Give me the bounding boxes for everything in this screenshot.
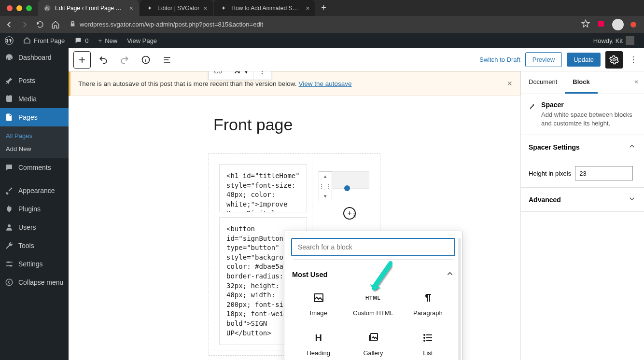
window-maximize-icon[interactable] [26, 5, 32, 11]
tab-title: Editor | SVGator [157, 5, 199, 12]
window-minimize-icon[interactable] [16, 5, 22, 11]
wrench-icon [5, 241, 14, 250]
settings-toggle-button[interactable] [605, 51, 623, 69]
spacer-settings-panel-toggle[interactable]: Spacer Settings [521, 135, 644, 159]
reload-icon[interactable] [36, 20, 44, 29]
notice-text: There is an autosave of this post that i… [78, 80, 297, 87]
extension-icon[interactable] [597, 19, 605, 30]
wp-logo-menu[interactable] [0, 33, 18, 48]
new-label: New [105, 37, 117, 44]
close-icon[interactable]: × [203, 4, 207, 12]
close-sidebar-button[interactable]: × [629, 71, 644, 94]
menu-collapse[interactable]: Collapse menu [0, 273, 69, 291]
menu-media[interactable]: Media [0, 90, 69, 108]
window-close-icon[interactable] [7, 5, 13, 11]
svg-point-2 [5, 37, 14, 45]
view-page-link[interactable]: View Page [122, 33, 162, 48]
block-option-heading[interactable]: H Heading [291, 324, 346, 360]
close-icon[interactable]: × [129, 4, 133, 12]
chevron-down-icon [628, 194, 636, 205]
block-description: Add white space between blocks and custo… [541, 111, 636, 128]
move-up-button[interactable]: ▲ [323, 174, 328, 179]
inserter-scrollbar[interactable] [458, 238, 461, 360]
menu-dashboard[interactable]: Dashboard [0, 48, 69, 67]
wp-admin-bar: Front Page 0 + New View Page Howdy, Kit [0, 33, 644, 48]
autosave-notice: There is an autosave of this post that i… [69, 71, 520, 96]
view-autosave-link[interactable]: View the autosave [299, 80, 352, 87]
outline-button[interactable] [158, 51, 176, 69]
info-button[interactable] [137, 51, 154, 69]
height-input[interactable] [575, 166, 633, 180]
profile-avatar-icon[interactable] [612, 19, 624, 30]
browser-tab-3[interactable]: ✦ How to Add Animated SVG to W × [214, 0, 315, 16]
block-option-custom-html[interactable]: HTML Custom HTML [346, 284, 400, 324]
svg-point-11 [424, 337, 425, 338]
svg-rect-1 [598, 21, 604, 27]
record-indicator-icon[interactable] [630, 22, 636, 28]
move-down-button[interactable]: ▼ [323, 194, 328, 199]
image-icon [313, 292, 324, 304]
update-button[interactable]: Update [567, 53, 601, 67]
user-icon [5, 223, 14, 232]
inserter-section-most-used[interactable]: Most Used [291, 261, 455, 284]
pin-icon [5, 76, 14, 85]
submenu-all-pages[interactable]: All Pages [0, 129, 69, 142]
block-option-paragraph[interactable]: Paragraph [401, 284, 455, 324]
spacer-resize-handle[interactable] [344, 185, 350, 191]
block-mover: ▲ ⋮⋮ ▼ [319, 171, 332, 201]
chevron-up-icon [628, 142, 636, 152]
tab-block[interactable]: Block [565, 71, 597, 94]
block-more-button[interactable]: ⋮ [253, 71, 271, 80]
dismiss-notice-button[interactable]: × [507, 79, 512, 89]
page-title[interactable]: Front page [213, 115, 520, 134]
switch-to-draft-link[interactable]: Switch to Draft [479, 56, 520, 63]
submenu-add-new[interactable]: Add New [0, 142, 69, 155]
menu-users[interactable]: Users [0, 218, 69, 236]
add-block-button[interactable] [73, 51, 91, 69]
tab-title: How to Add Animated SVG to W [231, 5, 302, 12]
undo-button[interactable] [95, 51, 112, 69]
block-option-image[interactable]: Image [291, 284, 346, 324]
forward-icon[interactable] [20, 20, 29, 29]
tab-document[interactable]: Document [521, 71, 565, 94]
advanced-panel-toggle[interactable]: Advanced [521, 187, 644, 212]
preview-button[interactable]: Preview [525, 52, 562, 67]
new-tab-button[interactable]: + [316, 3, 331, 13]
custom-html-block-1[interactable]: <h1 id="titleHome" style="font-size: 48p… [219, 164, 307, 212]
menu-posts[interactable]: Posts [0, 71, 69, 90]
comments-link[interactable]: 0 [70, 33, 93, 48]
submenu-pages: All Pages Add New [0, 126, 69, 158]
window-controls [4, 5, 38, 11]
redo-button[interactable] [116, 51, 133, 69]
editor-top-toolbar: Switch to Draft Preview Update ⋮ [69, 48, 644, 71]
account-menu[interactable]: Howdy, Kit [588, 33, 639, 48]
svg-point-4 [6, 279, 13, 286]
menu-appearance[interactable]: Appearance [0, 181, 69, 200]
toolbar-breadcrumb[interactable]: Co [209, 71, 227, 75]
back-icon[interactable] [5, 20, 14, 29]
menu-tools[interactable]: Tools [0, 236, 69, 255]
browser-tab-1[interactable]: Edit Page ‹ Front Page — WordP × [38, 0, 139, 16]
block-option-gallery[interactable]: Gallery [346, 324, 400, 360]
drag-handle[interactable]: ⋮⋮ [319, 183, 332, 190]
menu-comments[interactable]: Comments [0, 158, 69, 177]
star-icon[interactable] [581, 19, 590, 30]
new-content-link[interactable]: + New [94, 33, 123, 48]
menu-plugins[interactable]: Plugins [0, 200, 69, 218]
more-menu-button[interactable]: ⋮ [628, 55, 639, 64]
menu-settings[interactable]: Settings [0, 255, 69, 273]
browser-tab-bar: Edit Page ‹ Front Page — WordP × ✦ Edito… [0, 0, 644, 16]
home-icon[interactable] [51, 20, 60, 29]
wordpress-favicon-icon [43, 4, 51, 12]
change-block-type-button[interactable]: ▾ [227, 71, 253, 80]
block-search-input[interactable] [291, 238, 455, 256]
svg-point-12 [424, 340, 425, 341]
close-icon[interactable]: × [306, 4, 309, 12]
site-name-link[interactable]: Front Page [18, 33, 70, 48]
browser-tab-2[interactable]: ✦ Editor | SVGator × [140, 0, 213, 16]
block-option-list[interactable]: List [401, 324, 455, 360]
avatar-icon [626, 36, 634, 45]
menu-pages[interactable]: Pages [0, 108, 69, 126]
url-field[interactable]: wordpress.svgator.com/wp-admin/post.php?… [67, 18, 574, 31]
cursor-icon: ☟ [353, 212, 357, 219]
